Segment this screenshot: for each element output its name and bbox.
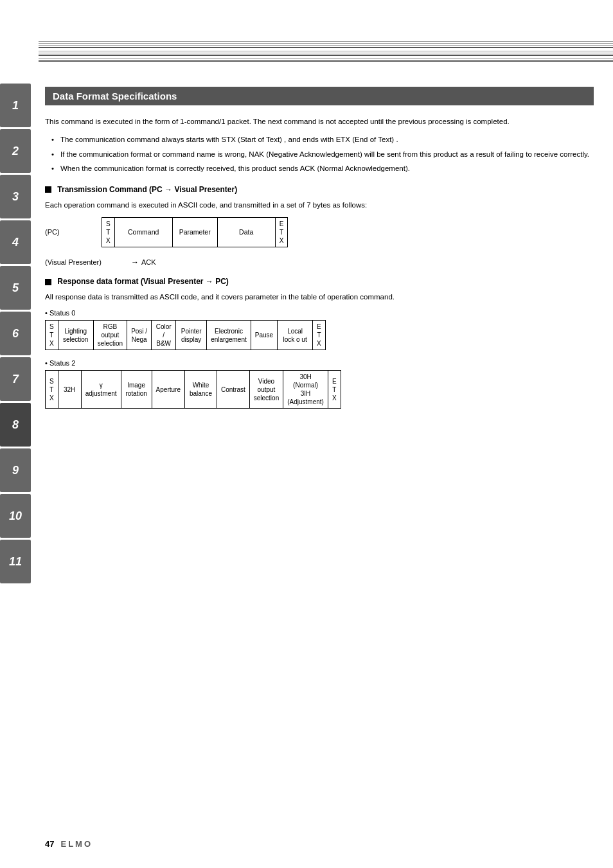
sidebar-item-1[interactable]: 1: [0, 84, 31, 127]
s2-white-balance: Whitebalance: [184, 371, 217, 409]
status2-label: • Status 2: [45, 359, 594, 367]
s0-electronic: Electronicenlargement: [207, 321, 251, 350]
sidebar-item-8[interactable]: 8: [0, 403, 31, 447]
s2-gamma: γadjustment: [81, 371, 121, 409]
s0-pause: Pause: [251, 321, 277, 350]
status2-table: STX 32H γadjustment Imagerotation Apertu…: [45, 370, 341, 409]
s2-etx: ETX: [328, 371, 341, 409]
sidebar-item-7[interactable]: 7: [0, 357, 31, 401]
status0-label: • Status 0: [45, 309, 594, 317]
s0-etx: ETX: [313, 321, 326, 350]
s0-posi: Posi /Nega: [127, 321, 152, 350]
s0-lighting: Lightingselection: [58, 321, 93, 350]
sidebar-item-5[interactable]: 5: [0, 266, 31, 310]
s0-stx: STX: [46, 321, 58, 350]
main-content: Data Format Specifications This command …: [39, 0, 613, 868]
intro-paragraph: This command is executed in the form of …: [45, 116, 594, 127]
sidebar-item-6[interactable]: 6: [0, 312, 31, 355]
brand-logo: ELMO: [60, 839, 93, 849]
s2-30h: 30H(Normal)3IH(Adjustment): [283, 371, 328, 409]
stx-cell: STX: [102, 217, 115, 247]
sidebar-item-11[interactable]: 11: [0, 540, 31, 583]
s0-pointer: Pointerdisplay: [176, 321, 207, 350]
sidebar-item-4[interactable]: 4: [0, 220, 31, 264]
status0-table: STX Lightingselection RGBoutputselection…: [45, 320, 326, 350]
etx-cell: ETX: [275, 217, 288, 247]
vp-label: (Visual Presenter): [45, 258, 129, 266]
command-cell: Command: [114, 217, 172, 247]
s2-contrast: Contrast: [217, 371, 249, 409]
bullet-list: The communication command always starts …: [51, 134, 594, 174]
transmission-table-wrapper: (PC) STX Command Parameter Data ETX: [45, 217, 594, 247]
parameter-cell: Parameter: [172, 217, 217, 247]
s2-video: Videooutputselection: [249, 371, 283, 409]
heading-square-icon: [45, 186, 51, 193]
sidebar-item-10[interactable]: 10: [0, 494, 31, 538]
footer: 47 ELMO: [45, 839, 93, 849]
top-decorative-lines: [39, 0, 613, 71]
response-heading: Response data format (Visual Presenter →…: [45, 277, 594, 286]
s2-stx: STX: [46, 371, 58, 409]
heading-square-icon-2: [45, 279, 51, 285]
content-area: Data Format Specifications This command …: [45, 87, 594, 409]
sidebar-item-3[interactable]: 3: [0, 175, 31, 218]
transmission-desc: Each operation command is executed in AS…: [45, 199, 594, 211]
arrow-icon: →: [131, 258, 139, 267]
transmission-table: STX Command Parameter Data ETX: [102, 217, 288, 247]
bullet-item-3: When the communication format is correct…: [51, 163, 594, 174]
s2-image: Imagerotation: [121, 371, 152, 409]
s0-color: Color/B&W: [152, 321, 176, 350]
sidebar-item-2[interactable]: 2: [0, 129, 31, 173]
bullet-item-2: If the communication format or command n…: [51, 148, 594, 160]
s2-aperture: Aperture: [152, 371, 184, 409]
ack-row: (Visual Presenter) → ACK: [45, 258, 594, 267]
transmission-heading: Transmission Command (PC → Visual Presen…: [45, 185, 594, 194]
response-desc: All response data is transmitted as ASCI…: [45, 291, 594, 303]
pc-label: (PC): [45, 228, 96, 236]
s0-rgb: RGBoutputselection: [93, 321, 127, 350]
sidebar: 1 2 3 4 5 6 7 8 9 10 11: [0, 0, 39, 868]
s0-local: Locallock o ut: [278, 321, 313, 350]
ack-label: ACK: [141, 258, 156, 266]
bullet-item-1: The communication command always starts …: [51, 134, 594, 145]
s2-32h: 32H: [58, 371, 81, 409]
sidebar-item-9[interactable]: 9: [0, 448, 31, 492]
data-cell: Data: [217, 217, 275, 247]
page-number: 47: [45, 839, 54, 849]
section-title: Data Format Specifications: [45, 87, 594, 105]
